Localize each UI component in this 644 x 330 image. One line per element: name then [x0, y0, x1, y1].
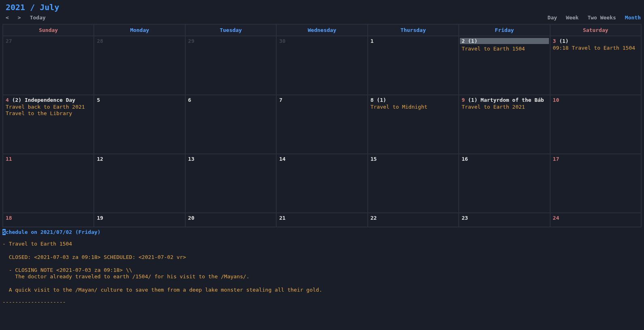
- dow-header: Thursday: [368, 24, 459, 36]
- next-button[interactable]: >: [18, 15, 21, 21]
- events: Travel back to Earth 2021Travel to the L…: [6, 104, 91, 117]
- calendar-grid: SundayMondayTuesdayWednesdayThursdayFrid…: [2, 24, 642, 227]
- day-label: 21: [279, 215, 364, 221]
- day-cell[interactable]: 10: [550, 95, 641, 154]
- toolbar: < > Today Day Week Two Weeks Month: [0, 13, 644, 24]
- day-label: 20: [188, 215, 273, 221]
- day-cell[interactable]: 18: [3, 213, 94, 227]
- events: Travel to Earth 1504: [462, 46, 547, 52]
- event[interactable]: Travel back to Earth 2021: [6, 104, 91, 110]
- today-button[interactable]: Today: [30, 15, 46, 21]
- day-cell[interactable]: 2 (1)Travel to Earth 1504: [459, 36, 550, 95]
- day-label: 22: [371, 215, 456, 221]
- day-cell[interactable]: 19: [94, 213, 185, 227]
- day-label: 9 (1) Martyrdom of the Báb: [462, 97, 547, 103]
- day-cell[interactable]: 13: [185, 154, 276, 213]
- event[interactable]: Travel to Earth 2021: [462, 104, 547, 110]
- event[interactable]: Travel to the Library: [6, 110, 91, 117]
- day-label: 23: [462, 215, 547, 221]
- day-label: 13: [188, 156, 273, 162]
- view-two-weeks[interactable]: Two Weeks: [587, 15, 616, 21]
- day-label: 12: [97, 156, 182, 162]
- cursor: S: [2, 229, 6, 235]
- dow-header: Monday: [94, 24, 185, 36]
- day-label: 7: [279, 97, 364, 103]
- event[interactable]: Travel to Earth 1504: [462, 46, 547, 52]
- day-label: 30: [279, 38, 364, 44]
- detail-title-text: chedule on 2021/07/02 (Friday): [6, 229, 101, 235]
- view-switcher: Day Week Two Weeks Month: [548, 15, 641, 21]
- day-label: 3 (1): [553, 38, 638, 44]
- day-cell[interactable]: 20: [185, 213, 276, 227]
- day-cell[interactable]: 21: [276, 213, 367, 227]
- day-cell[interactable]: 1: [368, 36, 459, 95]
- day-cell[interactable]: 5: [94, 95, 185, 154]
- day-label: 14: [279, 156, 364, 162]
- dow-header: Wednesday: [276, 24, 367, 36]
- day-cell[interactable]: 3 (1)09:18 Travel to Earth 1504: [550, 36, 641, 95]
- day-cell[interactable]: 29: [185, 36, 276, 95]
- day-label: 15: [371, 156, 456, 162]
- detail-pane: Schedule on 2021/07/02 (Friday) - Travel…: [0, 227, 644, 330]
- day-cell[interactable]: 12: [94, 154, 185, 213]
- view-month[interactable]: Month: [625, 15, 641, 21]
- day-label: 6: [188, 97, 273, 103]
- day-cell[interactable]: 28: [94, 36, 185, 95]
- dow-header: Saturday: [550, 24, 641, 36]
- event[interactable]: Travel to Midnight: [371, 104, 456, 110]
- dow-header: Friday: [459, 24, 550, 36]
- events: Travel to Midnight: [371, 104, 456, 110]
- detail-body: - Travel to Earth 1504 CLOSED: <2021-07-…: [2, 241, 642, 293]
- day-cell[interactable]: 27: [3, 36, 94, 95]
- day-label: 11: [6, 156, 91, 162]
- day-cell[interactable]: 22: [368, 213, 459, 227]
- page-title: 2021 / July: [3, 2, 641, 13]
- dow-header: Tuesday: [185, 24, 276, 36]
- day-cell[interactable]: 15: [368, 154, 459, 213]
- dow-header: Sunday: [3, 24, 94, 36]
- detail-title: Schedule on 2021/07/02 (Friday): [2, 229, 642, 235]
- event[interactable]: 09:18 Travel to Earth 1504: [553, 45, 638, 51]
- view-day[interactable]: Day: [548, 15, 557, 21]
- day-cell[interactable]: 17: [550, 154, 641, 213]
- day-cell[interactable]: 30: [276, 36, 367, 95]
- day-label: 1: [371, 38, 456, 44]
- day-cell[interactable]: 24: [550, 213, 641, 227]
- day-label: 27: [6, 38, 91, 44]
- day-label: 17: [553, 156, 638, 162]
- detail-rule: --------------------: [2, 299, 642, 305]
- day-label: 5: [97, 97, 182, 103]
- day-cell[interactable]: 6: [185, 95, 276, 154]
- events: Travel to Earth 2021: [462, 104, 547, 110]
- view-week[interactable]: Week: [566, 15, 578, 21]
- day-cell[interactable]: 9 (1) Martyrdom of the BábTravel to Eart…: [459, 95, 550, 154]
- day-label: 29: [188, 38, 273, 44]
- day-cell[interactable]: 11: [3, 154, 94, 213]
- day-label: 4 (2) Independence Day: [6, 97, 91, 103]
- day-label: 18: [6, 215, 91, 221]
- events: 09:18 Travel to Earth 1504: [553, 45, 638, 51]
- day-cell[interactable]: 8 (1)Travel to Midnight: [368, 95, 459, 154]
- day-label: 28: [97, 38, 182, 44]
- day-label: 19: [97, 215, 182, 221]
- day-label: 24: [553, 215, 638, 221]
- day-label: 16: [462, 156, 547, 162]
- day-cell[interactable]: 4 (2) Independence DayTravel back to Ear…: [3, 95, 94, 154]
- day-label: 10: [553, 97, 638, 103]
- day-cell[interactable]: 16: [459, 154, 550, 213]
- day-cell[interactable]: 7: [276, 95, 367, 154]
- day-cell[interactable]: 14: [276, 154, 367, 213]
- day-cell[interactable]: 23: [459, 213, 550, 227]
- day-label: 8 (1): [371, 97, 456, 103]
- day-label: 2 (1): [460, 38, 549, 44]
- prev-button[interactable]: <: [6, 15, 9, 21]
